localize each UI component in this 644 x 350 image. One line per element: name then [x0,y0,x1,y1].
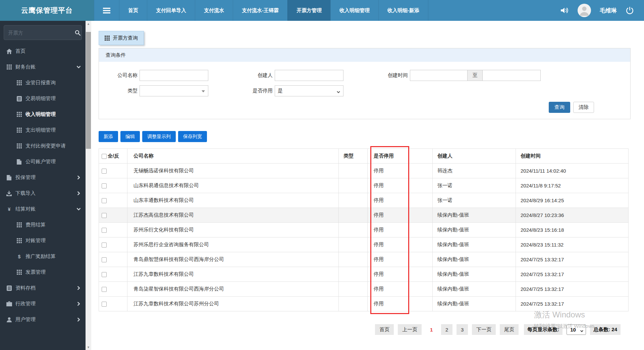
row-checkbox[interactable] [102,272,107,277]
row-checkbox[interactable] [102,243,107,248]
sidebar: 首页 财务台账 业管日报查询 交易明细管理 收入明细管理 支出明细管理 支付比例… [0,21,86,350]
sidebar-item-支出明细管理[interactable]: 支出明细管理 [0,122,86,138]
creator-cell: 续保内勤-值班 [433,237,516,252]
type-cell [339,178,368,193]
next-page-button[interactable]: 下一页 [472,324,496,335]
sidebar-scrollbar[interactable]: ▲ ▼ [86,21,91,350]
sidebar-search-input[interactable] [8,30,75,36]
user-name[interactable]: 毛维琳 [600,7,617,14]
row-checkbox[interactable] [102,228,107,233]
topnav-tab-开票方管理[interactable]: 开票方管理 [287,0,330,21]
clear-button[interactable]: 清除 [573,102,594,113]
topnav-tab-支付回单导入[interactable]: 支付回单导入 [147,0,195,21]
hamburger-menu-icon[interactable] [94,0,119,21]
add-button[interactable]: 新添 [99,131,118,142]
type-select[interactable] [140,85,208,96]
sidebar-item-财务台账[interactable]: 财务台账 [0,59,86,75]
type-cell [339,267,368,282]
type-cell [339,193,368,208]
table-row[interactable]: 江苏九章数科技术有限公司 停用 续保内勤-值班 2024/7/25 13:32:… [99,267,629,282]
grid-icon [16,222,22,227]
company-cell: 苏州乐思行企业咨询服务有限公司 [127,237,339,252]
sidebar-item-支付比例变更申请[interactable]: 支付比例变更申请 [0,138,86,154]
table-row[interactable]: 青岛柒星智保科技有限公司西海岸分公司 停用 续保内勤-值班 2024/7/25 … [99,282,629,297]
table-row[interactable]: 山东科易通信息技术有限公司 停用 张一诺 2024/11/8 9:17:52 [99,178,629,193]
created-from-input[interactable] [410,70,468,81]
power-icon[interactable] [626,6,634,15]
sidebar-item-公司账户管理[interactable]: 公司账户管理 [0,154,86,170]
avatar[interactable] [578,4,591,17]
sidebar-item-发票管理[interactable]: 发票管理 [0,264,86,280]
search-button[interactable]: 查询 [549,102,570,113]
creator-cell: 续保内勤-值班 [433,267,516,282]
sidebar-item-推广奖励结算[interactable]: $ 推广奖励结算 [0,249,86,264]
table-row[interactable]: 无锡畅迅诺保科技有限公司 停用 韩连杰 2024/11/11 14:02:40 [99,164,629,178]
yen-icon: ¥ [6,207,12,212]
adjust-columns-button[interactable]: 调整显示列 [142,131,176,142]
page-size-select[interactable]: 10 [567,324,586,335]
sidebar-item-收入明细管理[interactable]: 收入明细管理 [0,106,86,122]
sidebar-search [4,25,82,40]
row-checkbox[interactable] [102,213,107,218]
speaker-icon[interactable] [560,6,569,14]
topnav-tab-收入明细-新添[interactable]: 收入明细-新添 [378,0,428,21]
creator-input[interactable] [275,70,343,81]
page-tab-invoicer-query[interactable]: 开票方查询 [99,31,144,45]
row-checkbox[interactable] [102,169,107,174]
sidebar-item-费用结算[interactable]: 费用结算 [0,217,86,233]
topnav-tab-支付流水-王铎霖[interactable]: 支付流水-王铎霖 [233,0,287,21]
company-cell: 青岛鼎智慧保科技有限公司西海岸分公司 [127,252,339,267]
scrollbar-thumb[interactable] [86,32,91,149]
sidebar-item-结算对账[interactable]: ¥ 结算对账 [0,201,86,217]
sidebar-item-交易明细管理[interactable]: 交易明细管理 [0,91,86,106]
chevron-right-icon [76,175,81,180]
table-row[interactable]: 山东丰通数科技术有限公司 停用 张一诺 2024/8/29 16:14:25 [99,193,629,208]
created-to-input[interactable] [482,70,541,81]
edit-button[interactable]: 编辑 [120,131,140,142]
scroll-down-icon[interactable]: ▼ [86,344,91,350]
scroll-up-icon[interactable]: ▲ [86,21,91,27]
search-icon[interactable] [75,30,80,36]
page-number-button-2[interactable]: 2 [441,324,452,335]
row-checkbox[interactable] [102,257,107,262]
creator-cell: 韩连杰 [433,164,516,178]
table-row[interactable]: 苏州乐衍文化科技有限公司 停用 续保内勤-值班 2024/8/23 15:16:… [99,223,629,237]
chevron-right-icon [76,286,81,290]
sidebar-item-行政管理[interactable]: 行政管理 [0,296,86,312]
sidebar-item-投保管理[interactable]: 投保管理 [0,170,86,185]
sidebar-item-下载导入[interactable]: 下载导入 [0,185,86,201]
topnav-tab-支付流水[interactable]: 支付流水 [195,0,233,21]
disabled-cell: 停用 [368,297,433,311]
grid-icon [16,112,22,117]
disabled-select[interactable]: 是 [275,85,343,96]
company-name-input[interactable] [140,70,208,81]
row-checkbox[interactable] [102,302,107,307]
prev-page-button[interactable]: 上一页 [398,324,422,335]
sidebar-item-业管日报查询[interactable]: 业管日报查询 [0,75,86,91]
sidebar-item-对账管理[interactable]: 对账管理 [0,233,86,249]
sidebar-item-用户管理[interactable]: 用户管理 [0,312,86,327]
page-size-label: 每页显示条数: [524,324,562,335]
topnav-tab-首页[interactable]: 首页 [119,0,147,21]
sidebar-item-首页[interactable]: 首页 [0,43,86,59]
sidebar-item-资料存档[interactable]: 资料存档 [0,280,86,296]
row-checkbox[interactable] [102,287,107,292]
grid-icon [16,128,22,133]
table-row[interactable]: 江苏九章数科技术有限公司苏州分公司 停用 续保内勤-值班 2024/7/25 1… [99,297,629,311]
topnav-tab-收入明细管理[interactable]: 收入明细管理 [330,0,378,21]
table-row[interactable]: 青岛鼎智慧保科技有限公司西海岸分公司 停用 续保内勤-值班 2024/7/25 … [99,252,629,267]
briefcase-icon [6,301,12,306]
row-checkbox[interactable] [102,183,107,188]
save-column-width-button[interactable]: 保存列宽 [178,131,207,142]
select-all-checkbox[interactable] [102,154,107,159]
header-created: 创建时间 [516,149,629,164]
table-row[interactable]: 苏州乐思行企业咨询服务有限公司 停用 续保内勤-值班 2024/8/23 15:… [99,237,629,252]
page-number-button-1[interactable]: 1 [426,324,437,335]
first-page-button[interactable]: 首页 [375,324,394,335]
created-cell: 2024/7/25 13:32:17 [516,267,629,282]
table-row[interactable]: 江苏杰高信息技术有限公司 停用 续保内勤-值班 2024/8/27 10:23:… [99,208,629,223]
row-checkbox[interactable] [102,198,107,203]
page-number-button-3[interactable]: 3 [457,324,468,335]
created-cell: 2024/7/25 13:32:17 [516,282,629,297]
last-page-button[interactable]: 尾页 [500,324,519,335]
